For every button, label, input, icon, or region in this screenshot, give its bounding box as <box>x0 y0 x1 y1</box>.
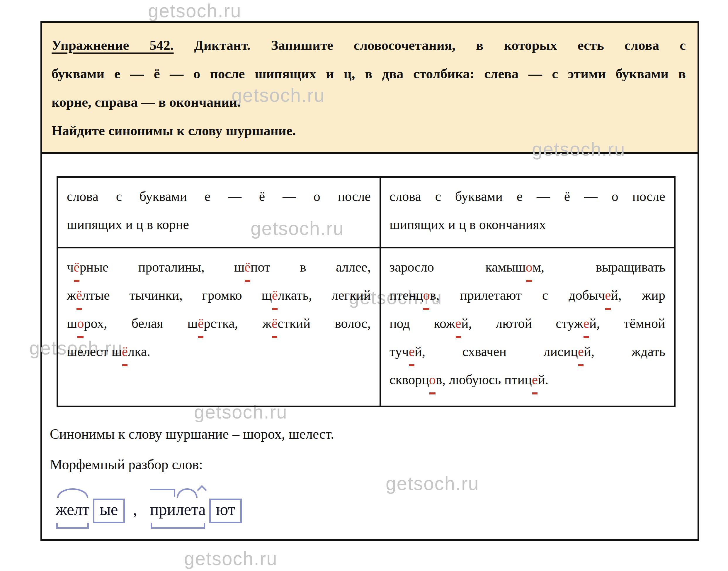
text-line: шипящих и ц в корне <box>67 211 371 239</box>
table-header-left: слова с буквами е — ё — о послешипящих и… <box>58 178 381 248</box>
root-segment: лет <box>176 500 198 519</box>
highlighted-letter: ё <box>272 309 278 338</box>
text-line: шелест шёлка. <box>67 338 371 366</box>
answer-table: слова с буквами е — ё — о послешипящих и… <box>56 176 676 407</box>
watermark: getsoch.ru <box>184 548 278 570</box>
root-segment: желт <box>56 500 90 519</box>
table-header-right: слова с буквами е — ё — о послешипящих и… <box>381 178 674 248</box>
watermark: getsoch.ru <box>148 0 242 22</box>
exercise-intro-line: Упражнение 542. Диктант. Запишите словос… <box>51 31 686 60</box>
highlighted-letter: е <box>532 366 538 394</box>
ending-text: ют <box>216 500 235 519</box>
prefix-segment: при <box>150 500 176 519</box>
watermark: getsoch.ru <box>386 473 479 494</box>
text-line: чёрные проталины, шёпот в аллее, <box>67 253 371 281</box>
text-line: скворцов, любуюсь птицей. <box>390 366 665 394</box>
highlighted-letter: ё <box>122 338 128 366</box>
text-line: шорох, белая шёрстка, жёсткий волос, <box>67 309 371 338</box>
separator: , <box>133 500 137 519</box>
prefix-mark-icon <box>150 489 175 497</box>
highlighted-letter: е <box>455 309 461 338</box>
ending-text: ые <box>100 500 118 519</box>
stem-bracket-icon <box>56 523 89 529</box>
text-line: корне, справа — в окончании. <box>51 88 686 116</box>
stem-bracket-icon <box>151 523 205 529</box>
text-line: шипящих и ц в окончаниях <box>390 211 665 239</box>
highlighted-letter: ё <box>74 253 80 281</box>
exercise-intro-text: Диктант. Запишите словосочетания, в кото… <box>194 37 686 53</box>
root-text: лет <box>176 500 198 519</box>
text-line: Найдите синонимы к слову шуршание. <box>51 116 686 145</box>
ending-box: ют <box>209 498 242 523</box>
table-body-right: заросло камышом, выращиватьптенцов, прил… <box>381 248 674 406</box>
exercise-title: Упражнение 542. <box>51 37 174 53</box>
suffix-segment: а <box>198 500 206 519</box>
highlighted-letter: ё <box>272 281 278 309</box>
prefix-text: при <box>150 500 176 519</box>
ending-box: ые <box>93 498 125 523</box>
text-line: заросло камышом, выращивать <box>390 253 665 281</box>
text-line: под кожей, лютой стужей, тёмной <box>390 309 665 338</box>
text-line: птенцов, прилетают с добычей, жир <box>390 281 665 309</box>
highlighted-letter: о <box>77 309 84 338</box>
text-line: слова с буквами е — ё — о после <box>390 183 665 211</box>
morph-word-zheltye: желт ые <box>56 498 125 523</box>
table-body-left: чёрные проталины, шёпот в аллее,жёлтые т… <box>58 248 381 406</box>
text-line: буквами е — ё — о после шипящих и ц, в д… <box>51 60 686 88</box>
synonyms-line: Синонимы к слову шуршание – шорох, шелес… <box>50 426 334 442</box>
word-stem: при лет а <box>150 500 206 519</box>
morphemic-analysis: желт ые , при лет а ют <box>56 498 242 523</box>
highlighted-letter: е <box>605 281 611 309</box>
page: getsoch.rugetsoch.rugetsoch.rugetsoch.ru… <box>0 0 728 571</box>
morphology-heading: Морфемный разбор слов: <box>50 456 203 472</box>
highlighted-letter: е <box>583 309 589 338</box>
highlighted-letter: о <box>429 366 436 394</box>
morph-word-priletayut: при лет а ют <box>150 498 242 523</box>
exercise-lines: буквами е — ё — о после шипящих и ц, в д… <box>51 60 686 145</box>
highlighted-letter: ё <box>76 281 82 309</box>
exercise-statement-box: Упражнение 542. Диктант. Запишите словос… <box>42 23 698 154</box>
highlighted-letter: о <box>423 281 430 309</box>
text-line: слова с буквами е — ё — о после <box>67 183 371 211</box>
suffix-text: а <box>198 500 206 519</box>
word-stem: желт <box>56 500 90 519</box>
text-line: тучей, схвачен лисицей, ждать <box>390 338 665 366</box>
highlighted-letter: о <box>526 253 533 281</box>
highlighted-letter: е <box>578 338 584 366</box>
highlighted-letter: ё <box>198 309 204 338</box>
text-line: жёлтые тычинки, громко щёлкать, легкий <box>67 281 371 309</box>
highlighted-letter: ё <box>245 253 250 281</box>
root-text: желт <box>56 500 90 519</box>
highlighted-letter: е <box>409 338 415 366</box>
